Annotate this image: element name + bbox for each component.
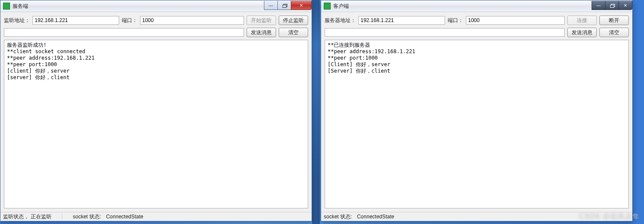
listen-status-label: 监听状态， (3, 213, 29, 221)
server-msg-row: 发送消息 清空 (4, 28, 308, 37)
start-listen-button[interactable]: 开始监听 (247, 16, 276, 25)
disconnect-button[interactable]: 断开 (599, 16, 629, 25)
restore-button[interactable] (277, 1, 291, 10)
listen-status: 监听状态， 正在监听 (3, 213, 52, 221)
client-send-button[interactable]: 发送消息 (567, 28, 597, 37)
socket-status: socket 状态: ConnectedState (73, 213, 143, 221)
app-icon (324, 3, 331, 10)
client-content: 服务器地址： 端口： 连接 断开 发送消息 清空 **已连接到服务器 **pee… (321, 12, 632, 212)
server-statusbar: 监听状态， 正在监听 socket 状态: ConnectedState (0, 212, 312, 221)
server-content: 监听地址： 端口： 开始监听 停止监听 发送消息 清空 服务器监听成功! **c… (0, 12, 312, 212)
desktop-gap (312, 0, 320, 224)
server-log[interactable]: 服务器监听成功! **client socket connected **pee… (4, 40, 308, 208)
app-icon (3, 3, 10, 10)
client-socket-status: socket 状态: ConnectedState (324, 213, 394, 221)
client-window-title: 客户端 (333, 3, 589, 10)
server-clear-button[interactable]: 清空 (279, 28, 308, 37)
client-msg-row: 发送消息 清空 (325, 28, 629, 37)
status-separator (62, 214, 62, 220)
server-conn-row: 监听地址： 端口： 开始监听 停止监听 (4, 16, 308, 25)
port-input[interactable] (140, 16, 244, 25)
socket-status-value: ConnectedState (106, 214, 143, 220)
socket-status-value: ConnectedState (357, 214, 394, 220)
port-label: 端口： (122, 17, 137, 24)
server-window-title: 服务端 (13, 3, 262, 10)
server-titlebar[interactable]: 服务端 — ✕ (0, 0, 312, 12)
socket-status-label: socket 状态: (73, 213, 101, 221)
client-message-input[interactable] (325, 28, 565, 37)
client-log[interactable]: **已连接到服务器 **peer address:192.168.1.221 *… (325, 40, 629, 208)
client-statusbar: socket 状态: ConnectedState (321, 212, 632, 221)
client-conn-row: 服务器地址： 端口： 连接 断开 (325, 16, 629, 25)
client-port-input[interactable] (466, 16, 565, 25)
restore-button[interactable] (605, 1, 619, 10)
close-button[interactable]: ✕ (618, 1, 632, 10)
window-controls: — ✕ (592, 1, 632, 10)
server-message-input[interactable] (4, 28, 244, 37)
client-clear-button[interactable]: 清空 (599, 28, 629, 37)
window-controls: — ✕ (264, 1, 312, 10)
listen-status-value: 正在监听 (31, 213, 52, 221)
minimize-button[interactable]: — (592, 1, 605, 10)
socket-status-label: socket 状态: (324, 213, 352, 221)
client-port-label: 端口： (448, 17, 463, 24)
stop-listen-button[interactable]: 停止监听 (279, 16, 308, 25)
listen-addr-label: 监听地址： (4, 17, 30, 24)
server-send-button[interactable]: 发送消息 (247, 28, 276, 37)
close-button[interactable]: ✕ (291, 1, 312, 10)
client-window: 客户端 — ✕ 服务器地址： 端口： 连接 断开 发送消息 清空 **已连接到服… (321, 0, 633, 221)
client-titlebar[interactable]: 客户端 — ✕ (321, 0, 632, 12)
connect-button[interactable]: 连接 (567, 16, 597, 25)
minimize-button[interactable]: — (264, 1, 278, 10)
listen-addr-input[interactable] (33, 16, 119, 25)
server-addr-input[interactable] (358, 16, 445, 25)
server-addr-label: 服务器地址： (325, 17, 356, 24)
server-window: 服务端 — ✕ 监听地址： 端口： 开始监听 停止监听 发送消息 清空 服务器监… (0, 0, 312, 221)
